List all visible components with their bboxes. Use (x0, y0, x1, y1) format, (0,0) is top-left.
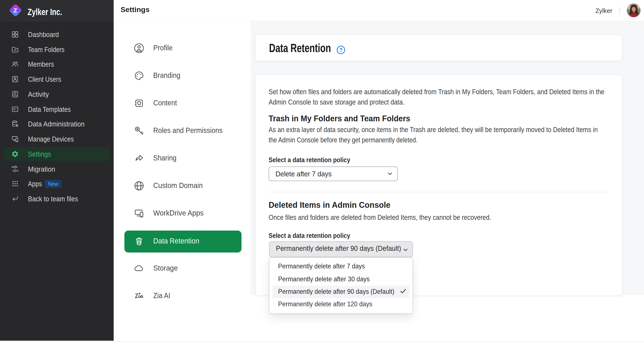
svg-text:?: ? (340, 47, 342, 53)
